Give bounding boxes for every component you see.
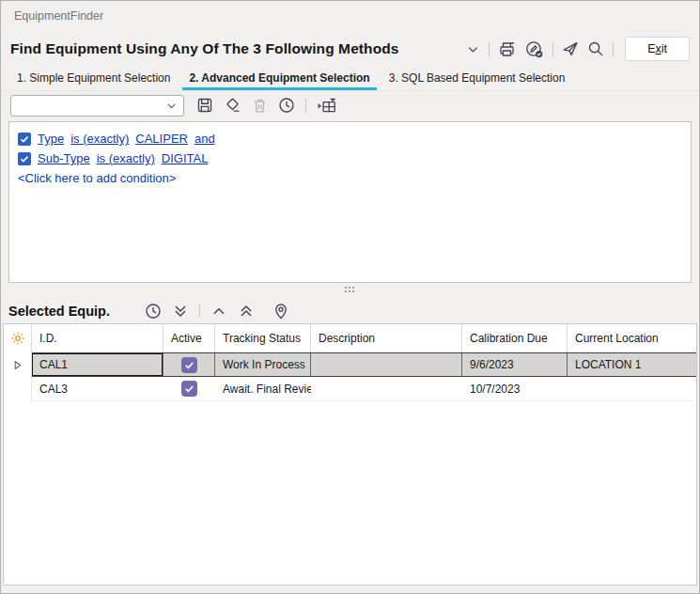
cell-tracking-status[interactable]: Work In Process (215, 353, 311, 376)
chevron-down-icon[interactable] (466, 42, 480, 56)
current-row-arrow-icon (12, 360, 23, 370)
chevron-up-icon[interactable] (210, 303, 227, 320)
cell-calibration-due[interactable]: 9/6/2023 (462, 353, 568, 376)
column-header-current-location[interactable]: Current Location (568, 324, 696, 352)
method-tabs: 1. Simple Equipment Selection 2. Advance… (1, 67, 699, 91)
cell-tracking-status[interactable]: Await. Final Review (215, 377, 311, 400)
print-icon[interactable] (498, 40, 517, 58)
delete-icon (252, 98, 268, 114)
separator (199, 304, 200, 318)
exit-button[interactable]: Exit (625, 37, 690, 61)
tab-advanced-selection[interactable]: 2. Advanced Equipment Selection (182, 67, 376, 90)
condition-row: Sub-Type is (exactly) DIGITAL (18, 148, 682, 168)
cell-description[interactable] (311, 353, 462, 376)
double-chevron-up-icon[interactable] (238, 303, 255, 320)
location-pin-icon[interactable] (272, 303, 289, 320)
condition-conjunction-link[interactable]: and (194, 132, 215, 146)
row-indicator (4, 377, 32, 401)
splitter-grip-icon (345, 287, 356, 294)
condition-checkbox[interactable] (18, 133, 31, 146)
condition-value-link[interactable]: DIGITAL (162, 151, 209, 165)
column-header-active[interactable]: Active (163, 324, 215, 352)
condition-field-link[interactable]: Type (38, 132, 64, 146)
column-header-description[interactable]: Description (311, 324, 462, 352)
window-title: EquipmentFinder (14, 9, 103, 23)
condition-checkbox[interactable] (18, 152, 31, 165)
conditions-panel: Type is (exactly) CALIPER and Sub-Type i… (8, 121, 692, 283)
separator (305, 99, 306, 113)
cell-calibration-due[interactable]: 10/7/2023 (462, 377, 568, 400)
separator (552, 42, 553, 56)
condition-operator-link[interactable]: is (exactly) (70, 132, 129, 146)
condition-row: Type is (exactly) CALIPER and (18, 129, 682, 148)
eraser-icon[interactable] (224, 97, 241, 114)
condition-operator-link[interactable]: is (exactly) (97, 151, 155, 165)
save-icon[interactable] (196, 97, 213, 114)
active-checkbox[interactable] (181, 357, 197, 373)
search-icon[interactable] (587, 40, 604, 57)
equipment-finder-window: EquipmentFinder Find Equipment Using Any… (0, 0, 700, 594)
history-icon[interactable] (278, 97, 295, 114)
send-icon[interactable] (562, 40, 579, 57)
condition-value-link[interactable]: CALIPER (135, 132, 188, 146)
sun-icon (10, 331, 25, 346)
double-chevron-down-icon[interactable] (172, 303, 189, 320)
separator (489, 42, 490, 56)
row-indicator (4, 352, 32, 377)
add-condition-link[interactable]: <Click here to add condition> (18, 171, 682, 185)
cell-id[interactable]: CAL1 (32, 353, 163, 376)
cell-id[interactable]: CAL3 (32, 377, 163, 400)
grid-header-row: I.D. Active Tracking Status Description … (4, 324, 696, 352)
page-title: Find Equipment Using Any Of The 3 Follow… (10, 40, 466, 57)
titlebar: EquipmentFinder (1, 1, 699, 31)
cell-current-location[interactable]: LOCATION 1 (568, 353, 696, 376)
history-icon[interactable] (145, 303, 162, 320)
edit-verified-icon[interactable] (525, 40, 544, 58)
selected-equipment-grid: I.D. Active Tracking Status Description … (3, 323, 697, 586)
active-checkbox[interactable] (181, 381, 197, 397)
grid-row-cal3[interactable]: CAL3 Await. Final Review 10/7/2023 (4, 377, 696, 401)
separator (613, 42, 614, 56)
grid-row-cal1[interactable]: CAL1 Work In Process 9/6/2023 LOCATION 1 (4, 352, 696, 377)
selected-equip-section-bar: Selected Equip. (1, 298, 699, 323)
panel-splitter[interactable] (1, 283, 699, 298)
selected-equip-label: Selected Equip. (8, 304, 110, 319)
cell-active[interactable] (163, 377, 215, 400)
cell-current-location[interactable] (568, 377, 696, 400)
tab-simple-selection[interactable]: 1. Simple Equipment Selection (10, 67, 177, 90)
column-header-tracking-status[interactable]: Tracking Status (215, 324, 311, 352)
column-header-id[interactable]: I.D. (32, 324, 163, 352)
combo-chevron-down-icon (165, 100, 178, 112)
grid-row-selector-header[interactable] (4, 324, 32, 352)
cell-active[interactable] (163, 353, 215, 376)
header-bar: Find Equipment Using Any Of The 3 Follow… (1, 31, 699, 67)
apply-to-grid-icon[interactable] (317, 97, 337, 115)
cell-description[interactable] (311, 377, 462, 400)
tab-sql-selection[interactable]: 3. SQL Based Equipment Selection (382, 67, 572, 90)
filter-toolbar (1, 91, 699, 119)
condition-field-link[interactable]: Sub-Type (38, 151, 90, 165)
saved-filter-combo[interactable] (10, 95, 184, 117)
column-header-calibration-due[interactable]: Calibration Due (462, 324, 568, 352)
